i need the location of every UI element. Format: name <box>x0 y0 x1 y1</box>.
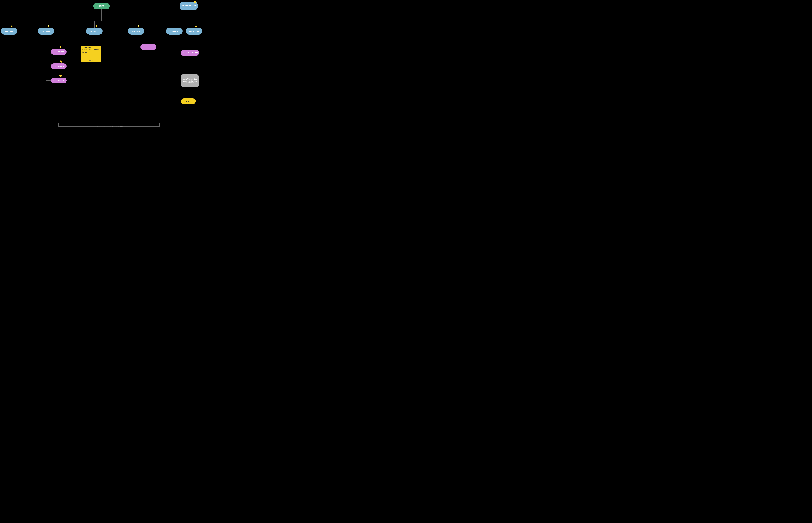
case-study-1-node[interactable]: CASE STUDY 1 <box>51 49 67 55</box>
our-work-node[interactable]: OUR WORK <box>38 28 54 35</box>
case-study-1-label: CASE STUDY 1 <box>53 51 64 53</box>
working-at-svi-label: -WORKING AT SVI INFO <box>182 52 198 54</box>
list-open-positions-label: LIST OF OPEN POSITIONS (CAN BE LINKED TO… <box>182 78 198 84</box>
star-insights: ⭐ <box>137 25 140 27</box>
star-case-study-2: ⭐ <box>59 60 62 63</box>
working-at-svi-node[interactable]: -WORKING AT SVI INFO <box>181 50 199 56</box>
case-study-3-label: CASE STUDY 3 <box>53 80 64 81</box>
single-post-node[interactable]: SINGLE POST <box>141 44 156 50</box>
services-node[interactable]: SERVICES <box>1 28 17 35</box>
page-count-label: 12 PAGES ON SITEMAP <box>95 125 123 128</box>
case-study-2-node[interactable]: CASE STUDY 2 <box>51 64 67 69</box>
star-our-work: ⭐ <box>47 25 50 27</box>
careers-label: CAREERS <box>170 30 178 32</box>
star-contact-us: ⭐ <box>195 25 197 27</box>
star-services: ⭐ <box>11 25 13 27</box>
our-methodology-node[interactable]: OUR METHODOLOGY <box>180 2 198 10</box>
case-study-2-label: CASE STUDY 2 <box>53 66 64 67</box>
home-node[interactable]: HOME <box>93 3 110 9</box>
about-us-node[interactable]: ABOUT US <box>86 28 103 35</box>
careers-node[interactable]: CAREERS <box>166 28 183 35</box>
sticky-author: Thalia <box>89 59 93 61</box>
star-case-study-3: ⭐ <box>59 74 62 77</box>
services-label: SERVICES <box>5 30 13 32</box>
star-case-study-1: ⭐ <box>59 46 62 48</box>
about-us-sticky-note: ABOUT US: EXECUTIVE PROFILES (SECTION) H… <box>81 46 101 62</box>
star-about-us: ⭐ <box>95 25 98 27</box>
insights-node[interactable]: INSIGHTS <box>128 28 144 35</box>
connection-lines <box>0 0 203 131</box>
job-post-label: JOB POST <box>184 101 192 102</box>
sticky-title: ABOUT US: EXECUTIVE PROFILES (SECTION) H… <box>82 47 100 53</box>
home-label: HOME <box>99 5 105 7</box>
our-work-label: OUR WORK <box>42 30 51 32</box>
case-study-3-node[interactable]: CASE STUDY 3 <box>51 78 67 84</box>
our-methodology-label: OUR METHODOLOGY <box>180 5 197 7</box>
list-open-positions-node[interactable]: LIST OF OPEN POSITIONS (CAN BE LINKED TO… <box>181 74 199 87</box>
contact-us-node[interactable]: CONTACT US <box>186 28 202 35</box>
job-post-node[interactable]: JOB POST <box>181 98 196 104</box>
about-us-label: ABOUT US <box>90 30 99 32</box>
single-post-label: SINGLE POST <box>143 46 153 48</box>
contact-us-label: CONTACT US <box>189 30 199 32</box>
insights-label: INSIGHTS <box>132 30 140 32</box>
sitemap-container: HOME OUR METHODOLOGY SERVICES OUR WORK A… <box>0 0 203 131</box>
